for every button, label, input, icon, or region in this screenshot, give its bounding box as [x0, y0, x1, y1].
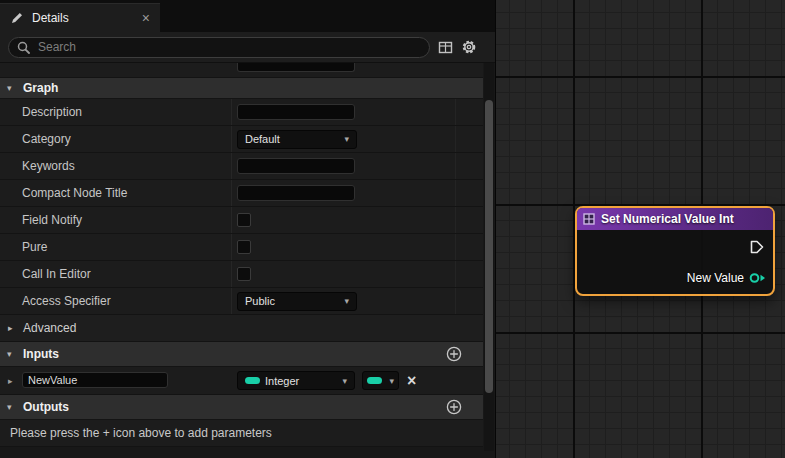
keywords-input[interactable]: [237, 158, 355, 174]
access-specifier-value: Public: [245, 295, 275, 307]
section-title: Inputs: [23, 347, 59, 361]
category-value: Default: [245, 133, 280, 145]
table-view-icon[interactable]: [438, 40, 453, 55]
integer-output-pin-icon: [749, 272, 766, 284]
close-icon[interactable]: ×: [142, 11, 150, 25]
blueprint-graph-canvas[interactable]: Set Numerical Value Int New Value: [495, 0, 785, 458]
chevron-down-icon: ▾: [344, 134, 349, 144]
chevron-down-icon: ▾: [342, 376, 347, 386]
property-label: Description: [22, 105, 237, 119]
outputs-empty-row: Please press the + icon above to add par…: [0, 420, 483, 447]
input-parameter-row: ▸ Integer ▾ ▾ ×: [0, 367, 483, 395]
set-numerical-value-int-node[interactable]: Set Numerical Value Int New Value: [575, 206, 775, 296]
search-box[interactable]: [8, 37, 430, 58]
property-label: Access Specifier: [22, 294, 237, 308]
section-header-graph[interactable]: ▾ Graph: [0, 78, 483, 99]
property-label: Field Notify: [22, 213, 237, 227]
property-label: Call In Editor: [22, 267, 237, 281]
compact-node-title-input[interactable]: [237, 185, 355, 201]
edit-pencil-icon: [10, 11, 24, 25]
pure-checkbox[interactable]: [237, 240, 251, 254]
advanced-expander[interactable]: ▸ Advanced: [0, 315, 483, 342]
section-title: Outputs: [23, 400, 69, 414]
search-input[interactable]: [36, 39, 421, 55]
outputs-empty-hint: Please press the + icon above to add par…: [10, 426, 272, 440]
property-row-call-in-editor: Call In Editor: [0, 261, 483, 288]
call-in-editor-checkbox[interactable]: [237, 267, 251, 281]
property-row-description: Description: [0, 99, 483, 126]
search-row: [0, 32, 495, 63]
chevron-down-icon: ▾: [7, 83, 16, 93]
parameter-name-input[interactable]: [22, 372, 168, 388]
container-type-dropdown[interactable]: ▾: [362, 371, 399, 390]
property-row-pure: Pure: [0, 234, 483, 261]
property-row-keywords: Keywords: [0, 153, 483, 180]
tab-title: Details: [32, 11, 134, 25]
clipped-property-row: [0, 63, 483, 78]
access-specifier-dropdown[interactable]: Public ▾: [237, 292, 357, 311]
chevron-down-icon: ▾: [7, 402, 16, 412]
section-header-outputs[interactable]: ▾ Outputs: [0, 395, 483, 420]
chevron-right-icon[interactable]: ▸: [8, 376, 13, 386]
single-value-icon: [367, 377, 382, 384]
section-title: Graph: [23, 81, 58, 95]
search-icon: [17, 41, 30, 54]
property-row-compact-node-title: Compact Node Title: [0, 180, 483, 207]
node-body: New Value: [577, 230, 773, 294]
field-notify-checkbox[interactable]: [237, 213, 251, 227]
property-label: Keywords: [22, 159, 237, 173]
new-value-output-pin[interactable]: New Value: [687, 271, 766, 285]
add-input-button[interactable]: [446, 346, 462, 362]
tab-bar: Details ×: [0, 0, 495, 32]
property-label: Category: [22, 132, 237, 146]
scrollbar-thumb[interactable]: [485, 100, 493, 393]
parameter-type-dropdown[interactable]: Integer ▾: [237, 371, 355, 390]
section-header-inputs[interactable]: ▾ Inputs: [0, 342, 483, 367]
remove-parameter-button[interactable]: ×: [407, 371, 416, 390]
property-row-field-notify: Field Notify: [0, 207, 483, 234]
integer-pin-type-icon: [245, 377, 260, 384]
node-title: Set Numerical Value Int: [601, 212, 734, 226]
exec-output-pin-icon[interactable]: [750, 240, 764, 258]
chevron-down-icon: ▾: [7, 349, 16, 359]
variable-set-icon: [583, 213, 595, 225]
parameter-type-value: Integer: [265, 375, 299, 387]
chevron-down-icon: ▾: [389, 376, 394, 386]
gear-icon[interactable]: [461, 39, 477, 55]
chevron-right-icon: ▸: [8, 323, 17, 333]
property-label: Compact Node Title: [22, 186, 237, 200]
property-label: Pure: [22, 240, 237, 254]
property-row-access-specifier: Access Specifier Public ▾: [0, 288, 483, 315]
chevron-down-icon: ▾: [344, 296, 349, 306]
category-dropdown[interactable]: Default ▾: [237, 130, 357, 149]
advanced-label: Advanced: [23, 321, 76, 335]
node-header[interactable]: Set Numerical Value Int: [577, 208, 773, 230]
property-row-category: Category Default ▾: [0, 126, 483, 153]
details-panel: Details × ▾ Graph Description: [0, 0, 495, 458]
add-output-button[interactable]: [446, 399, 462, 415]
scrollbar-track[interactable]: [484, 63, 494, 451]
tab-details[interactable]: Details ×: [0, 3, 160, 32]
property-list: ▾ Graph Description Category Default ▾ K…: [0, 63, 483, 447]
pin-label: New Value: [687, 271, 744, 285]
clipped-text-input[interactable]: [237, 63, 355, 72]
description-input[interactable]: [237, 104, 355, 120]
